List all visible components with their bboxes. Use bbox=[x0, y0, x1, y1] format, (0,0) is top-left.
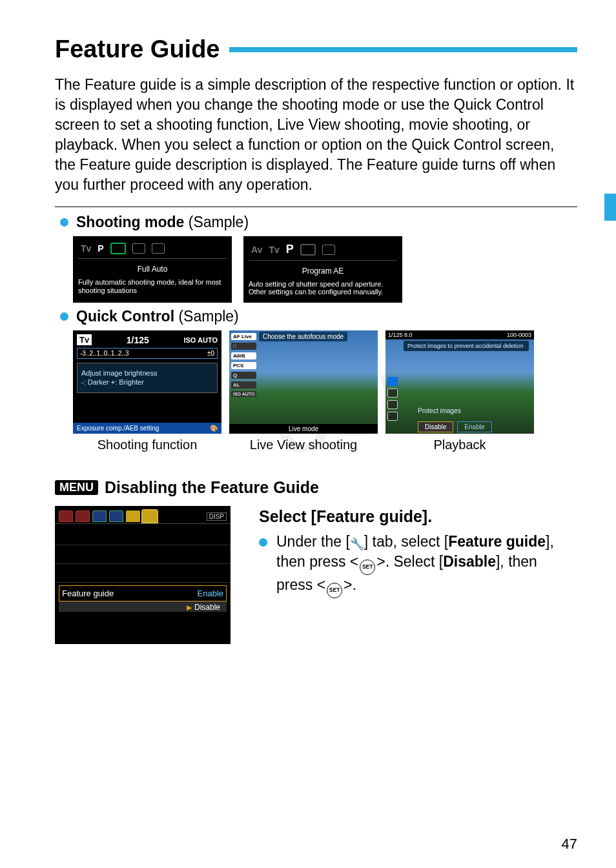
rotate-icon bbox=[387, 389, 398, 398]
menu-tab-shoot1[interactable] bbox=[59, 510, 73, 522]
full-auto-icon bbox=[110, 243, 126, 254]
qc1-tv-label: Tv bbox=[77, 334, 92, 345]
set-icon: SET bbox=[327, 583, 342, 598]
qc1-caption: Shooting function bbox=[73, 438, 221, 452]
qc1-scale: -3..2..1..0..1..2..3 bbox=[80, 350, 129, 357]
protect-on-icon bbox=[387, 377, 398, 386]
lcd-right-desc: Auto setting of shutter speed and apertu… bbox=[249, 280, 397, 296]
qc-playback-lcd: 1/125 8.0 100-0003 Protect images to pre… bbox=[385, 330, 534, 434]
bullet-icon bbox=[259, 538, 267, 547]
triangle-icon: ▶ bbox=[187, 603, 192, 612]
menu-tab-shoot2[interactable] bbox=[76, 510, 90, 522]
al-icon: AL bbox=[231, 381, 256, 389]
filter-icon bbox=[387, 412, 398, 421]
qc1-help: Adjust image brightness -: Darker +: Bri… bbox=[77, 363, 218, 393]
feature-guide-row-value: Enable bbox=[198, 589, 223, 598]
qc3-disable-button[interactable]: Disable bbox=[418, 421, 453, 432]
flash-off-icon bbox=[132, 243, 145, 254]
title-rule bbox=[229, 47, 578, 52]
lcd-left-title: Full Auto bbox=[78, 265, 227, 274]
qc3-tip: Protect images to prevent accidental del… bbox=[404, 341, 529, 351]
menu-badge: MENU bbox=[55, 480, 98, 495]
qc1-ev: ±0 bbox=[207, 350, 214, 357]
shooting-mode-label: Shooting mode bbox=[76, 214, 184, 230]
ca-icon bbox=[152, 243, 165, 254]
instruction-body: Under the [🔧] tab, select [Feature guide… bbox=[276, 532, 577, 598]
intro-text: The Feature guide is a simple descriptio… bbox=[55, 75, 577, 195]
wrench-icon: 🔧 bbox=[350, 536, 364, 552]
qc1-bottom-label: Exposure comp./AEB setting bbox=[77, 425, 159, 432]
feature-guide-row-label: Feature guide bbox=[62, 589, 114, 598]
qc2-bottom: Live mode bbox=[229, 424, 378, 434]
awb-icon: AWB bbox=[231, 352, 256, 359]
qc3-top-left: 1/125 8.0 bbox=[388, 332, 413, 338]
mode-tv2-icon: Tv bbox=[269, 245, 279, 255]
feature-guide-row[interactable]: Feature guide Enable bbox=[59, 585, 227, 601]
page-number: 47 bbox=[562, 836, 577, 853]
menu-tab-setup1[interactable] bbox=[126, 510, 140, 522]
set-icon: SET bbox=[360, 560, 375, 575]
mode-av-icon: Av bbox=[251, 245, 262, 255]
mode-p-icon: P bbox=[98, 243, 103, 254]
quick-control-label: Quick Control bbox=[76, 308, 174, 325]
menu-lcd: DISP Feature guide Enable ▶ Disable bbox=[55, 506, 231, 644]
bullet-icon bbox=[60, 312, 68, 321]
pcs-icon: PCS bbox=[231, 362, 256, 369]
qc3-caption: Playback bbox=[385, 438, 534, 452]
menu-heading: Disabling the Feature Guide bbox=[105, 478, 319, 497]
qc3-enable-button[interactable]: Enable bbox=[457, 421, 491, 432]
qc3-label: Protect images bbox=[418, 407, 461, 414]
lcd-left-desc: Fully automatic shooting mode, ideal for… bbox=[78, 278, 227, 294]
shooting-mode-sample: (Sample) bbox=[184, 214, 249, 230]
mode-p2-icon: P bbox=[286, 243, 294, 256]
qc2-caption: Live View shooting bbox=[229, 438, 378, 452]
menu-blank-row bbox=[55, 564, 231, 583]
shooting-mode-lcd-right: Av Tv P Program AE Auto setting of shutt… bbox=[243, 236, 402, 303]
feature-guide-disable-row[interactable]: ▶ Disable bbox=[59, 601, 227, 612]
menu-tab-play2[interactable] bbox=[109, 510, 123, 522]
af-live-icon: AF Live bbox=[231, 333, 256, 340]
menu-tab-setup2-active[interactable] bbox=[143, 510, 157, 522]
qc3-top-right: 100-0003 bbox=[507, 332, 531, 338]
menu-blank-row bbox=[55, 545, 231, 564]
section-tab bbox=[604, 194, 616, 221]
feature-guide-disable-label: Disable bbox=[194, 603, 220, 612]
qc1-iso: ISO AUTO bbox=[183, 336, 218, 344]
iso-auto-icon: ISO AUTO bbox=[231, 391, 256, 397]
flash-off-icon-2 bbox=[322, 245, 335, 255]
menu-tab-play1[interactable] bbox=[92, 510, 107, 522]
page-title: Feature Guide bbox=[55, 35, 220, 63]
section-divider bbox=[55, 207, 577, 207]
mode-tv-icon: Tv bbox=[81, 243, 91, 254]
box-icon: □ bbox=[231, 343, 256, 350]
shooting-mode-lcd-left: Tv P Full Auto Fully automatic shooting … bbox=[73, 236, 232, 303]
qc-shooting-lcd: Tv 1/125 ISO AUTO -3..2..1..0..1..2..3 ±… bbox=[73, 330, 221, 434]
qc-liveview-lcd: Choose the autofocus mode AF Live □ AWB … bbox=[229, 330, 378, 434]
menu-blank-row bbox=[55, 612, 231, 630]
q-icon: Q bbox=[231, 372, 256, 379]
rating-icon bbox=[387, 400, 398, 409]
qc2-tooltip: Choose the autofocus mode bbox=[259, 332, 347, 341]
quick-control-sample: (Sample) bbox=[174, 308, 239, 325]
palette-icon: 🎨 bbox=[210, 425, 218, 432]
lcd-right-title: Program AE bbox=[249, 267, 397, 276]
instruction-title: Select [Feature guide]. bbox=[259, 506, 577, 528]
bullet-icon bbox=[60, 218, 68, 227]
disp-badge: DISP bbox=[207, 512, 227, 521]
menu-blank-row bbox=[55, 527, 231, 545]
quick-control-heading: Quick Control (Sample) bbox=[60, 308, 577, 325]
auto-icon-dim bbox=[300, 244, 316, 256]
shooting-mode-heading: Shooting mode (Sample) bbox=[60, 214, 577, 231]
qc1-shutter: 1/125 bbox=[127, 335, 149, 345]
